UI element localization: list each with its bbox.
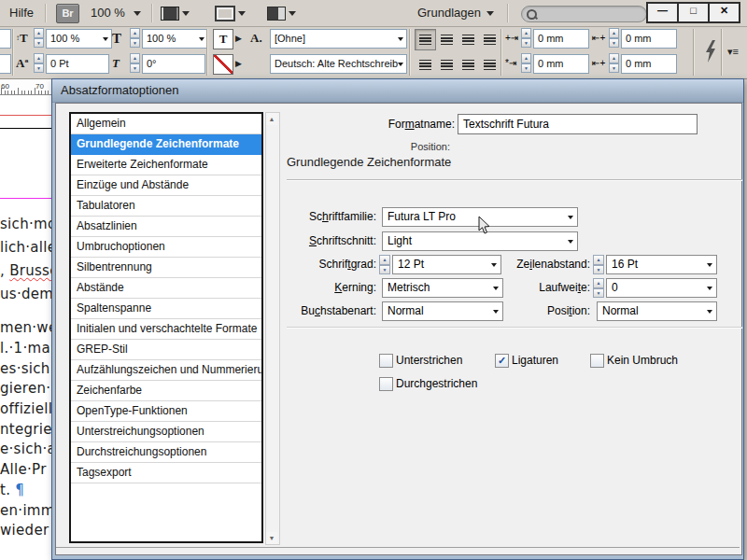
margin-guide [0, 115, 53, 116]
view-options-button[interactable] [161, 4, 190, 22]
sidebar-item[interactable]: Zeichenfarbe [71, 381, 261, 401]
leading-stepper[interactable]: ▲▼ [593, 255, 604, 274]
last-line-indent-stepper[interactable]: ▲▼ [609, 53, 619, 73]
screen-mode-button[interactable] [215, 4, 246, 22]
dialog-content: AllgemeinGrundlegende ZeichenformateErwe… [55, 103, 742, 555]
tracking-combo[interactable]: 0 [606, 278, 717, 298]
character-style-menu-icon: A. [250, 31, 262, 46]
horizontal-scale-combo[interactable]: 100 % [142, 29, 208, 49]
ligatures-checkbox[interactable]: ✓ [495, 354, 509, 368]
baseline-shift-stepper[interactable]: ▲▼ [34, 53, 44, 73]
section-heading: Grundlegende Zeichenformate [287, 155, 451, 169]
size-value: 12 Pt [398, 256, 424, 273]
sidebar-item[interactable]: OpenType-Funktionen [71, 401, 261, 422]
flyout-arrow-icon[interactable]: ▶ [235, 59, 242, 68]
character-style-button[interactable]: T [213, 29, 233, 49]
chevron-down-icon [199, 37, 204, 41]
panel-menu-icon[interactable]: ▾≡ [727, 46, 739, 58]
sidebar-item[interactable]: Silbentrennung [71, 258, 261, 278]
right-indent-stepper[interactable]: ▲▼ [609, 28, 619, 48]
align-button-3[interactable] [479, 29, 500, 50]
first-line-indent-stepper[interactable]: ▲▼ [521, 53, 531, 73]
right-indent-input[interactable]: 0 mm [621, 29, 677, 49]
left-indent-input[interactable]: 0 mm [533, 29, 589, 49]
sidebar-item[interactable]: Einzüge und Abstände [71, 175, 261, 196]
maximize-button[interactable]: □ [677, 2, 710, 23]
no_break-checkbox[interactable] [590, 354, 604, 368]
workspace-dropdown-arrow-icon[interactable] [486, 11, 494, 16]
skew-input[interactable]: 0° [142, 54, 205, 74]
sidebar-item[interactable]: Absatzlinien [71, 217, 261, 237]
workspace-switcher[interactable]: Grundlagen [417, 0, 481, 26]
sidebar-item[interactable]: Grundlegende Zeichenformate [71, 134, 261, 155]
dialog-title-bar[interactable]: Absatzformatoptionen [52, 79, 743, 103]
flyout-arrow-icon[interactable]: ▶ [235, 34, 242, 43]
text-align-icon [462, 60, 474, 70]
paragraph-align-group [415, 29, 500, 50]
close-button[interactable]: ✕ [708, 2, 740, 23]
sidebar-item[interactable]: Allgemein [71, 114, 261, 134]
sidebar-item[interactable]: Umbruchoptionen [71, 237, 261, 258]
search-input[interactable] [521, 6, 647, 22]
text-align-icon [441, 60, 453, 70]
left-indent-stepper[interactable]: ▲▼ [521, 28, 531, 48]
separator [287, 327, 742, 328]
sidebar-item[interactable]: Aufzählungszeichen und Nummerierung [71, 360, 261, 381]
position-combo[interactable]: Normal [597, 301, 717, 321]
align-button-2[interactable] [458, 29, 479, 50]
sidebar-item[interactable]: Abstände [71, 278, 261, 299]
search-icon [527, 9, 537, 20]
character-style-combo[interactable]: [Ohne] [270, 29, 407, 49]
document-text-line: offiziell [0, 400, 53, 417]
sidebar-item[interactable]: Tabulatoren [71, 196, 261, 217]
size-stepper[interactable]: ▲▼ [379, 255, 390, 274]
baseline-shift-input[interactable]: 0 Pt [46, 54, 109, 74]
vertical-scale-stepper[interactable]: ▲▼ [34, 28, 44, 48]
justify-button-1[interactable] [436, 54, 458, 76]
first-line-indent-input[interactable]: 0 mm [533, 54, 589, 74]
chevron-down-icon [707, 287, 712, 290]
align-button-1[interactable] [436, 29, 458, 50]
no-fill-button[interactable] [213, 54, 233, 75]
skew-stepper[interactable]: ▲▼ [130, 53, 140, 73]
justify-button-0[interactable] [415, 54, 436, 76]
sidebar-item[interactable]: Spaltenspanne [71, 299, 261, 319]
menu-help[interactable]: Hilfe [9, 0, 34, 26]
sidebar-item[interactable]: Durchstreichungsoptionen [71, 442, 261, 463]
bridge-button[interactable]: Br [56, 4, 79, 23]
document-text-line: es·sich· [0, 360, 53, 377]
strikethrough-checkbox[interactable] [379, 377, 393, 391]
format-name-label: Formatname: [324, 118, 455, 131]
case-value: Normal [388, 302, 424, 320]
quick-apply-icon[interactable] [703, 40, 718, 63]
horizontal-scale-stepper[interactable]: ▲▼ [130, 28, 140, 48]
sidebar-item[interactable]: Tagsexport [71, 463, 261, 483]
vertical-scale-combo[interactable]: 100 % [46, 29, 112, 49]
sidebar-item[interactable]: GREP-Stil [71, 340, 261, 360]
underline-checkbox[interactable] [379, 354, 393, 368]
chevron-down-icon [707, 310, 712, 314]
underline-checkbox-label: Unterstrichen [396, 354, 462, 367]
zoom-level-value[interactable]: 100 % [91, 0, 125, 26]
chevron-down-icon [398, 37, 403, 41]
arrange-documents-button[interactable] [267, 4, 296, 22]
last-line-indent-input[interactable]: 0 mm [621, 54, 677, 74]
justify-button-3[interactable] [479, 54, 500, 76]
scroll-up-icon[interactable]: ▲ [266, 113, 277, 125]
scroll-down-icon[interactable]: ▼ [266, 532, 277, 544]
size-label: Schriftgrad: [236, 258, 376, 271]
tracking-stepper[interactable]: ▲▼ [593, 278, 604, 298]
sidebar-item[interactable]: Unterstreichungsoptionen [71, 422, 261, 442]
leading-combo[interactable]: 16 Pt [606, 255, 717, 274]
align-button-0[interactable] [415, 29, 436, 50]
list-scrollbar[interactable]: ▲ ▼ [265, 112, 280, 545]
language-combo[interactable]: Deutsch: Alte Rechtschreibu [270, 54, 407, 74]
zoom-dropdown-arrow-icon[interactable] [134, 11, 141, 16]
format-name-input[interactable]: Textschrift Futura [458, 114, 698, 134]
minimize-button[interactable]: — [646, 2, 679, 23]
sidebar-item[interactable]: Erweiterte Zeichenformate [71, 155, 261, 175]
divider [721, 29, 723, 76]
sidebar-item[interactable]: Initialen und verschachtelte Formate [71, 319, 261, 340]
justify-button-2[interactable] [458, 54, 479, 76]
text-frame-edge [0, 128, 53, 129]
